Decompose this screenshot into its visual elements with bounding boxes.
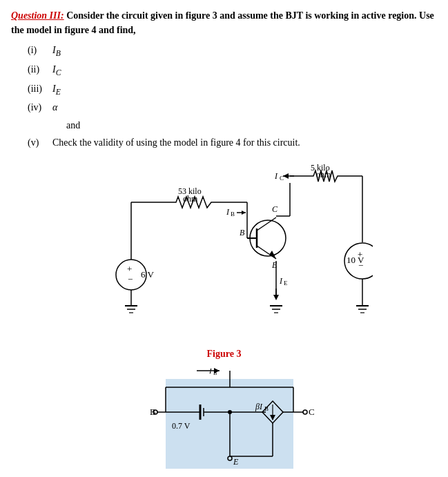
ib-label: I <box>226 207 230 217</box>
fig3-label: Figure 3 <box>207 349 242 360</box>
part-i: (i) IB <box>28 41 437 61</box>
part-iv-symbol: α <box>52 99 57 116</box>
figure3-container: + − 6 V 53 kilo ohm I B <box>76 161 373 340</box>
figure4-container: I B B C 0.7 V <box>107 360 342 477</box>
ib-sub: B <box>231 211 235 217</box>
part-i-label: (i) <box>28 41 50 59</box>
part-iv: (iv) α <box>28 99 437 116</box>
ib-arrow-head <box>242 211 246 215</box>
fig4-vbe-label: 0.7 V <box>172 421 191 431</box>
ic-label: I <box>274 171 278 181</box>
part-iii-label: (iii) <box>28 80 50 97</box>
ic-arrow-head <box>283 173 289 179</box>
fig4-e-label: E <box>233 457 239 467</box>
v2-label: 10 V <box>347 255 364 265</box>
part-v: (v) Check the validity of using the mode… <box>28 134 437 151</box>
question-header: Question III: Consider the circuit given… <box>11 8 437 37</box>
bjt-b-label: B <box>240 228 245 237</box>
part-i-symbol: IB <box>52 41 61 61</box>
v1-minus: − <box>128 274 133 284</box>
part-v-label: (v) <box>28 134 50 151</box>
ie-sub: E <box>284 280 288 286</box>
ie-label: I <box>279 276 283 286</box>
figures-area: + − 6 V 53 kilo ohm I B <box>11 161 437 477</box>
figure4-svg: I B B C 0.7 V <box>107 360 342 477</box>
ie-arrow-head <box>273 295 279 300</box>
part-v-text: Check the validity of using the model in… <box>52 134 300 151</box>
fig4-beta-sub: B <box>264 405 269 412</box>
question-label: Question III: <box>11 10 64 21</box>
bjt-c-label: C <box>272 204 278 214</box>
part-ii: (ii) IC <box>28 61 437 80</box>
r2-label-ohm: ohm <box>316 170 331 179</box>
and-text: and <box>66 117 80 134</box>
fig4-c-label: C <box>309 407 315 417</box>
part-iv-label: (iv) <box>28 99 50 116</box>
v1-plus: + <box>127 264 132 274</box>
v1-label: 6 V <box>141 269 155 280</box>
bjt-collector-line <box>257 217 276 231</box>
part-iii-symbol: IE <box>52 80 61 99</box>
parts-list: (i) IB (ii) IC (iii) IE (iv) α and (v) C… <box>28 41 437 151</box>
part-ii-label: (ii) <box>28 61 50 78</box>
fig4-beta-label: βI <box>255 402 263 411</box>
question-text: Consider the circuit given in figure 3 a… <box>11 10 434 35</box>
figure3-svg: + − 6 V 53 kilo ohm I B <box>76 161 373 340</box>
part-iii: (iii) IE <box>28 80 437 99</box>
part-and: and <box>28 117 437 134</box>
part-ii-symbol: IC <box>52 61 61 80</box>
